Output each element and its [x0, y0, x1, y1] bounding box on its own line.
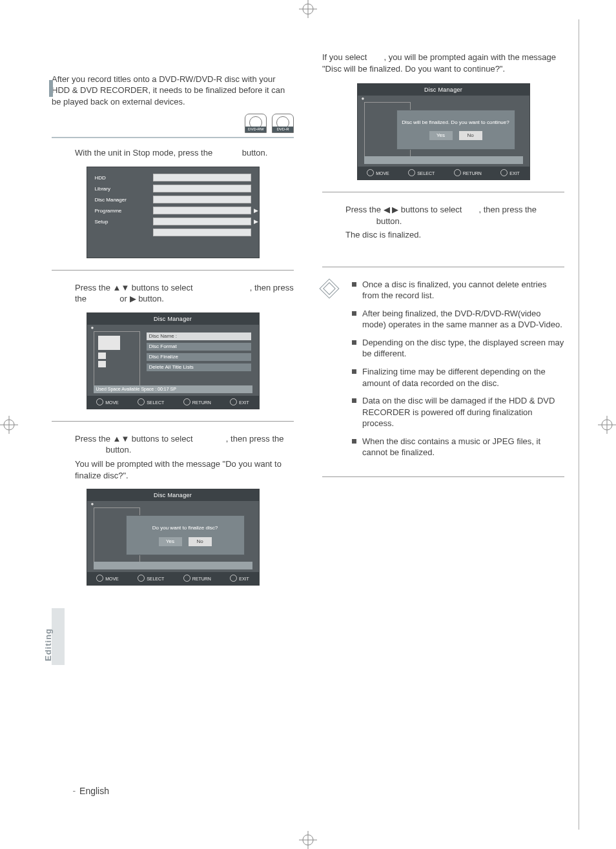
step-4-text-pre: Press the ◀ ▶ buttons to select [345, 205, 464, 214]
osd-menu-sidebar: HDD Library Disc Manager Programme Setup [95, 174, 147, 254]
step-1-text-post: button. [240, 148, 267, 158]
yes-ref: Yes [369, 52, 384, 62]
crop-mark-left [0, 416, 18, 434]
step-number: 1 [52, 146, 60, 167]
osd-menu-item: Setup [95, 218, 147, 227]
intro-text: After you record titles onto a DVD-RW/DV… [52, 74, 294, 108]
page-number: 118 [52, 784, 70, 797]
osd-yes-button: Yes [159, 537, 182, 546]
osd-manager-list: Disc Name : Disc Format Disc Finalize De… [147, 332, 251, 374]
disc-manager-ref: Disc Manager [195, 283, 250, 292]
osd-yes-button: Yes [429, 131, 453, 140]
note-item: When the disc contains a music or JPEG f… [352, 436, 564, 458]
step-3-text-post: button. [103, 445, 131, 455]
finalize-ref: Finalize [195, 434, 226, 444]
step-4-text-mid: , then press the [478, 205, 537, 214]
note-item: Once a disc is finalized, you cannot del… [352, 279, 564, 302]
osd-dialog-message: Disc will be finalized. Do you want to c… [398, 119, 513, 127]
title-accent-bar [49, 80, 53, 97]
divider [322, 192, 564, 192]
step-3-text-pre: Press the ▲▼ buttons to select [75, 434, 195, 444]
crop-mark-right [598, 416, 616, 434]
step-3-prompt: You will be prompted with the message "D… [52, 458, 294, 481]
divider [52, 137, 294, 138]
osd-preview-panel [94, 331, 140, 388]
step-3: 3 Press the ▲▼ buttons to select Finaliz… [52, 433, 294, 456]
divider [52, 270, 294, 271]
step-number: 2 [52, 281, 60, 302]
left-column: Finalizing a disc After you record title… [52, 52, 294, 586]
crop-mark-top [299, 0, 317, 18]
note-label: NOTE [322, 297, 344, 306]
osd-used-space: Used Space Available Space : 00:17 SP [94, 385, 252, 393]
step-number: 4 [322, 203, 331, 223]
osd-footer-hint: RETURN [454, 169, 482, 176]
osd-list-item: Disc Finalize [147, 353, 251, 361]
osd-dialog-box: Disc will be finalized. Do you want to c… [396, 110, 515, 150]
osd-list-item: Disc Format [147, 343, 251, 351]
osd-footer-hint: EXIT [500, 169, 520, 176]
step-3-text-mid: , then press the [226, 434, 284, 444]
osd-finalize-dialog-1: Disc Manager ● Do you want to finalize d… [87, 489, 260, 586]
osd-no-button: No [189, 537, 212, 546]
osd-footer-hint: MOVE [96, 398, 119, 405]
osd-footer-hint: SELECT [408, 169, 435, 176]
note-item: Finalizing time may be different dependi… [352, 366, 564, 389]
step-3b-pre: If you select [322, 52, 369, 62]
step-number: 3 [52, 432, 60, 453]
osd-no-button: No [459, 131, 482, 140]
osd-list-item: Disc Name : [147, 332, 251, 340]
osd-menu-item: Library [95, 185, 147, 194]
enter-button-ref: ENTER [345, 216, 374, 226]
osd-menu-slots [153, 174, 251, 254]
osd-titlebar: Disc Manager [358, 84, 529, 96]
note-block: NOTE Once a disc is finalized, you canno… [322, 279, 564, 465]
divider [322, 476, 564, 477]
osd-disc-manager: Disc Manager ● Disc Name : Disc Format D… [87, 312, 260, 409]
disc-type-icons [52, 114, 294, 133]
step-4-text-post: button. [374, 216, 402, 226]
footer-language: English [79, 786, 109, 796]
osd-footer-hint: RETURN [183, 575, 211, 582]
step-2: 2 Press the ▲▼ buttons to select Disc Ma… [52, 282, 294, 305]
osd-menu-item: HDD [95, 174, 147, 183]
osd-used-space [94, 562, 252, 569]
osd-footer: MOVE SELECT RETURN EXIT [358, 167, 529, 179]
osd-footer-hint: EXIT [230, 575, 249, 582]
osd-footer-hint: RETURN [183, 398, 211, 405]
side-tab-label: Editing [43, 628, 53, 661]
osd-footer-hint: MOVE [367, 169, 389, 176]
enter-button-ref: ENTER [75, 445, 103, 455]
disc-icon-dvd-r [272, 114, 294, 133]
osd-main-menu: HDD Library Disc Manager Programme Setup [87, 167, 260, 258]
trim-line-right [579, 19, 579, 830]
osd-footer: MOVE SELECT RETURN EXIT [87, 572, 259, 585]
page-footer: 118-English [52, 784, 109, 797]
step-2-text-post: or ▶ button. [118, 294, 164, 303]
osd-finalize-dialog-2: Disc Manager ● Disc will be finalized. D… [357, 83, 530, 180]
side-tab-editing: Editing [52, 608, 65, 665]
right-column: If you select Yes, you will be prompted … [322, 52, 564, 586]
step-4-result: The disc is finalized. [322, 229, 564, 241]
divider [322, 267, 564, 267]
osd-footer: MOVE SELECT RETURN EXIT [87, 396, 259, 409]
note-item: After being finalized, the DVD-R/DVD-RW(… [352, 308, 564, 331]
note-item: Data on the disc will be damaged if the … [352, 395, 564, 429]
step-4: 4 Press the ◀ ▶ buttons to select Yes, t… [322, 204, 564, 227]
note-icon [319, 278, 339, 298]
divider [52, 421, 294, 422]
osd-titlebar: Disc Manager [87, 489, 259, 501]
disc-icon-dvd-rw [245, 114, 267, 133]
osd-menu-item: Disc Manager [95, 196, 147, 205]
step-1-text-pre: With the unit in Stop mode, press the [75, 148, 215, 158]
enter-button-ref: ENTER [89, 294, 118, 303]
step-4-result-text: The disc is finalized. [345, 229, 564, 241]
osd-footer-hint: EXIT [230, 398, 249, 405]
note-item: Depending on the disc type, the displaye… [352, 337, 564, 360]
osd-titlebar: Disc Manager [87, 313, 259, 325]
step-1: 1 With the unit in Stop mode, press the … [52, 147, 294, 159]
note-list: Once a disc is finalized, you cannot del… [352, 279, 564, 465]
osd-footer-hint: MOVE [96, 575, 119, 582]
osd-dialog-message: Do you want to finalize disc? [152, 525, 218, 532]
osd-menu-item: Programme [95, 207, 147, 216]
